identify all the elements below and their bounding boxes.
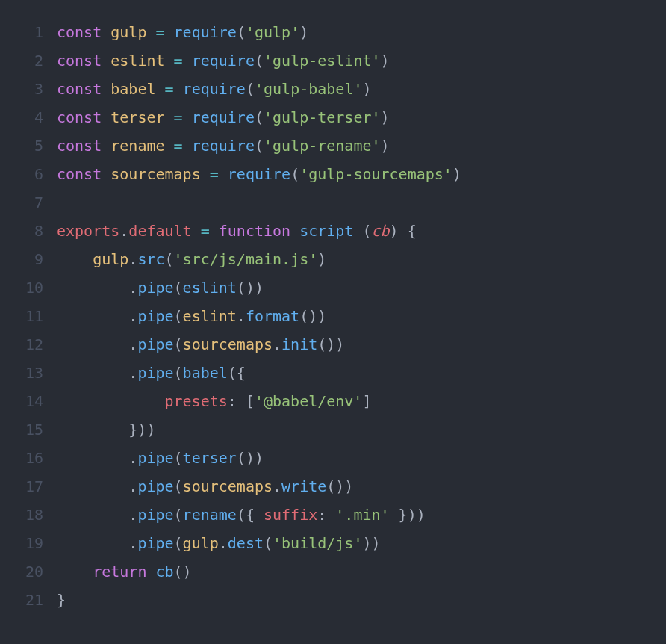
line-number: 18 (0, 501, 57, 529)
line-number: 13 (0, 359, 57, 387)
line-number: 6 (0, 160, 57, 188)
line-number: 7 (0, 188, 57, 217)
code-line: 10 .pipe(eslint()) (0, 273, 666, 302)
code-line: 4const terser = require('gulp-terser') (0, 103, 666, 131)
code-content: const rename = require('gulp-rename') (57, 131, 390, 160)
code-content: exports.default = function script (cb) { (57, 217, 417, 245)
code-content: .pipe(eslint()) (57, 273, 264, 302)
line-number: 2 (0, 46, 57, 75)
code-content: .pipe(babel({ (57, 359, 246, 387)
code-content: .pipe(sourcemaps.init()) (57, 330, 344, 359)
code-line: 7 (0, 188, 666, 217)
code-content: const terser = require('gulp-terser') (57, 103, 390, 131)
line-number: 1 (0, 18, 57, 46)
line-number: 20 (0, 557, 57, 586)
code-line: 14 presets: ['@babel/env'] (0, 387, 666, 415)
line-number: 19 (0, 529, 57, 557)
line-number: 8 (0, 217, 57, 245)
code-line: 17 .pipe(sourcemaps.write()) (0, 472, 666, 501)
code-content: })) (57, 415, 155, 444)
code-content: const babel = require('gulp-babel') (57, 75, 372, 103)
code-line: 3const babel = require('gulp-babel') (0, 75, 666, 103)
code-content: const eslint = require('gulp-eslint') (57, 46, 390, 75)
code-content: .pipe(eslint.format()) (57, 302, 326, 330)
line-number: 4 (0, 103, 57, 131)
line-number: 9 (0, 245, 57, 273)
code-content: .pipe(rename({ suffix: '.min' })) (57, 501, 426, 529)
code-line: 6const sourcemaps = require('gulp-source… (0, 160, 666, 188)
code-content: const sourcemaps = require('gulp-sourcem… (57, 160, 461, 188)
code-content: .pipe(sourcemaps.write()) (57, 472, 353, 501)
code-line: 18 .pipe(rename({ suffix: '.min' })) (0, 501, 666, 529)
code-content: .pipe(terser()) (57, 444, 264, 472)
code-content: } (57, 586, 66, 614)
code-content: gulp.src('src/js/main.js') (57, 245, 326, 273)
code-line: 1const gulp = require('gulp') (0, 18, 666, 46)
code-line: 20 return cb() (0, 557, 666, 586)
line-number: 3 (0, 75, 57, 103)
code-line: 15 })) (0, 415, 666, 444)
code-editor: 1const gulp = require('gulp')2const esli… (0, 0, 666, 632)
code-content: const gulp = require('gulp') (57, 18, 308, 46)
code-line: 12 .pipe(sourcemaps.init()) (0, 330, 666, 359)
line-number: 16 (0, 444, 57, 472)
code-content: .pipe(gulp.dest('build/js')) (57, 529, 381, 557)
code-line: 13 .pipe(babel({ (0, 359, 666, 387)
line-number: 10 (0, 273, 57, 302)
code-line: 8exports.default = function script (cb) … (0, 217, 666, 245)
code-content: return cb() (57, 557, 192, 586)
line-number: 11 (0, 302, 57, 330)
line-number: 17 (0, 472, 57, 501)
line-number: 14 (0, 387, 57, 415)
line-number: 12 (0, 330, 57, 359)
line-number: 5 (0, 131, 57, 160)
line-number: 15 (0, 415, 57, 444)
code-line: 19 .pipe(gulp.dest('build/js')) (0, 529, 666, 557)
code-line: 9 gulp.src('src/js/main.js') (0, 245, 666, 273)
code-line: 11 .pipe(eslint.format()) (0, 302, 666, 330)
code-line: 21} (0, 586, 666, 614)
line-number: 21 (0, 586, 57, 614)
code-content (57, 188, 66, 217)
code-line: 5const rename = require('gulp-rename') (0, 131, 666, 160)
code-content: presets: ['@babel/env'] (57, 387, 371, 415)
code-line: 16 .pipe(terser()) (0, 444, 666, 472)
code-line: 2const eslint = require('gulp-eslint') (0, 46, 666, 75)
